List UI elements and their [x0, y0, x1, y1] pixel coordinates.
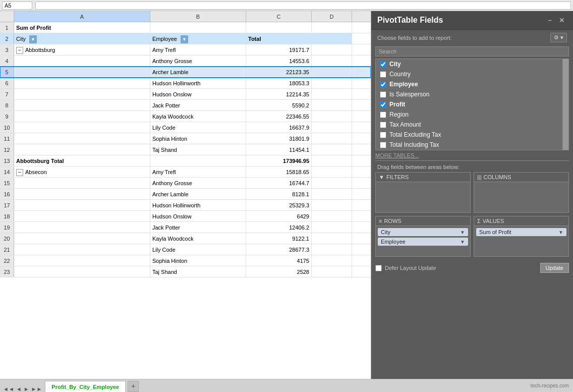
- cell-b[interactable]: Hudson Onslow: [150, 89, 246, 99]
- cell-c[interactable]: 2528: [246, 266, 312, 277]
- cell-b[interactable]: Archer Lamble: [150, 67, 246, 77]
- pivot-area-pill[interactable]: City▼: [378, 228, 468, 236]
- cell-b[interactable]: Hudson Onslow: [150, 211, 246, 221]
- pivot-field-checkbox[interactable]: [380, 142, 386, 148]
- cell-b[interactable]: Jack Potter: [150, 100, 246, 110]
- tab-scroll-back[interactable]: ◄: [15, 386, 23, 392]
- cell-d[interactable]: [312, 189, 352, 199]
- cell-a[interactable]: [14, 211, 150, 221]
- pivot-field-item[interactable]: Profit: [376, 99, 562, 109]
- cell-c[interactable]: 4175: [246, 255, 312, 266]
- cell-c[interactable]: 15818.65: [246, 166, 312, 177]
- cell-a[interactable]: [14, 244, 150, 255]
- cell-a[interactable]: Sum of Profit: [14, 22, 150, 33]
- cell-b[interactable]: Sophia Hinton: [150, 133, 246, 144]
- pivot-field-checkbox[interactable]: [380, 101, 386, 108]
- pivot-pill-arrow[interactable]: ▼: [460, 230, 465, 235]
- cell-b[interactable]: Taj Shand: [150, 144, 246, 155]
- cell-c[interactable]: 9122.1: [246, 233, 312, 244]
- cell-d[interactable]: [312, 211, 352, 221]
- cell-a[interactable]: [14, 78, 150, 88]
- pivot-field-item[interactable]: Total Including Tax: [376, 140, 562, 150]
- cell-a[interactable]: [14, 178, 150, 188]
- cell-b[interactable]: [150, 155, 246, 166]
- cell-c[interactable]: 12406.2: [246, 222, 312, 233]
- pivot-field-checkbox[interactable]: [380, 132, 386, 138]
- collapse-icon[interactable]: −: [16, 169, 23, 176]
- cell-a[interactable]: [14, 200, 150, 210]
- cell-a[interactable]: [14, 67, 150, 77]
- pivot-minimize-button[interactable]: −: [546, 15, 554, 25]
- cell-b[interactable]: Lily Code: [150, 244, 246, 255]
- col-header-d[interactable]: D: [312, 11, 352, 22]
- cell-d[interactable]: [312, 155, 352, 166]
- cell-d[interactable]: [312, 222, 352, 233]
- pivot-field-item[interactable]: Tax Amount: [376, 120, 562, 130]
- pivot-field-checkbox[interactable]: [380, 122, 386, 128]
- cell-a[interactable]: [14, 122, 150, 133]
- cell-c[interactable]: 6429: [246, 211, 312, 221]
- pivot-field-checkbox[interactable]: [380, 111, 386, 118]
- cell-c[interactable]: 31801.9: [246, 133, 312, 144]
- cell-d[interactable]: [312, 133, 352, 144]
- cell-d[interactable]: [312, 266, 352, 277]
- cell-c[interactable]: 173946.95: [246, 155, 312, 166]
- cell-a[interactable]: [14, 111, 150, 122]
- pivot-close-button[interactable]: ✕: [557, 15, 567, 25]
- city-dropdown[interactable]: ▼: [29, 35, 37, 43]
- cell-b[interactable]: Kayla Woodcock: [150, 233, 246, 244]
- cell-d[interactable]: [312, 111, 352, 122]
- cell-b[interactable]: Lily Code: [150, 122, 246, 133]
- cell-a[interactable]: −Abbottsburg: [14, 44, 150, 55]
- cell-c[interactable]: 12214.35: [246, 89, 312, 99]
- cell-b[interactable]: Employee ▼: [150, 33, 246, 44]
- pivot-field-item[interactable]: Is Salesperson: [376, 89, 562, 99]
- cell-d[interactable]: [312, 22, 352, 33]
- cell-b[interactable]: Amy Trefl: [150, 166, 246, 177]
- cell-d[interactable]: [312, 200, 352, 210]
- cell-c[interactable]: 19171.7: [246, 44, 312, 55]
- cell-b[interactable]: Hudson Hollinworth: [150, 78, 246, 88]
- pivot-field-checkbox[interactable]: [380, 71, 386, 78]
- cell-a[interactable]: [14, 266, 150, 277]
- cell-a[interactable]: [14, 222, 150, 233]
- pivot-more-tables[interactable]: MORE TABLES...: [371, 150, 573, 160]
- cell-d[interactable]: [312, 255, 352, 266]
- cell-d[interactable]: [312, 244, 352, 255]
- cell-c[interactable]: 18053.3: [246, 78, 312, 88]
- pivot-field-item[interactable]: Region: [376, 109, 562, 120]
- pivot-settings-button[interactable]: ⚙ ▾: [550, 33, 567, 42]
- cell-c[interactable]: 16744.7: [246, 178, 312, 188]
- cell-b[interactable]: Hudson Hollinworth: [150, 200, 246, 210]
- pivot-field-checkbox[interactable]: [380, 61, 386, 68]
- pivot-area-pill[interactable]: Sum of Profit▼: [476, 228, 566, 236]
- tab-scroll-right[interactable]: ►►: [30, 386, 43, 392]
- pivot-pill-arrow[interactable]: ▼: [558, 230, 563, 235]
- cell-a[interactable]: [14, 89, 150, 99]
- cell-d[interactable]: [312, 233, 352, 244]
- col-header-b[interactable]: B: [150, 11, 246, 22]
- cell-d[interactable]: [312, 178, 352, 188]
- formula-input[interactable]: [35, 2, 571, 10]
- cell-d[interactable]: [312, 33, 352, 44]
- col-header-a[interactable]: A: [14, 11, 150, 22]
- cell-d[interactable]: [312, 100, 352, 110]
- cell-d[interactable]: [312, 89, 352, 99]
- pivot-scrollbar[interactable]: [562, 59, 568, 150]
- cell-b[interactable]: Archer Lamble: [150, 189, 246, 199]
- pivot-pill-arrow[interactable]: ▼: [460, 239, 465, 245]
- pivot-defer-checkbox[interactable]: [375, 265, 382, 271]
- cell-c[interactable]: Total: [246, 33, 312, 44]
- cell-a[interactable]: [14, 133, 150, 144]
- cell-c[interactable]: 5590.2: [246, 100, 312, 110]
- cell-d[interactable]: [312, 144, 352, 155]
- cell-b[interactable]: Taj Shand: [150, 266, 246, 277]
- col-header-c[interactable]: C: [246, 11, 312, 22]
- employee-dropdown[interactable]: ▼: [181, 35, 188, 43]
- cell-c[interactable]: 14553.6: [246, 55, 312, 66]
- cell-d[interactable]: [312, 166, 352, 177]
- cell-d[interactable]: [312, 55, 352, 66]
- tab-scroll-forward[interactable]: ►: [23, 386, 30, 392]
- tab-add-button[interactable]: +: [128, 381, 139, 392]
- cell-b[interactable]: Sophia Hinton: [150, 255, 246, 266]
